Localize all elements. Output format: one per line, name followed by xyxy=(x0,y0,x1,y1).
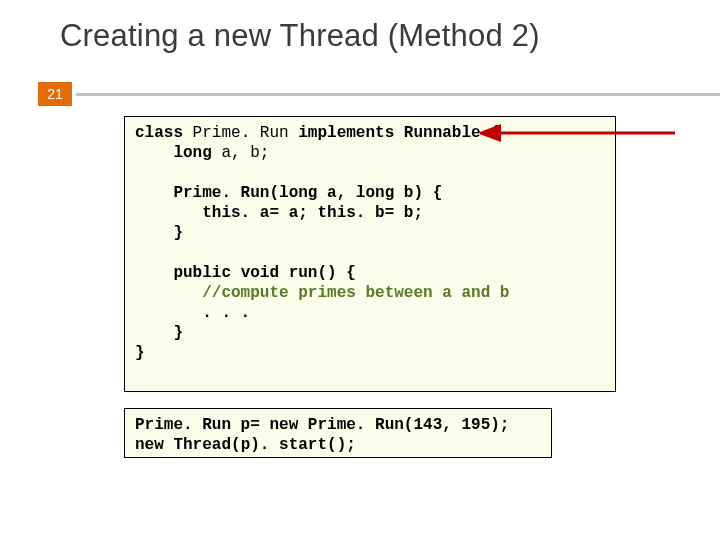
run-sig: run() { xyxy=(279,264,356,282)
kw-new: new xyxy=(269,416,298,434)
code-text: Prime. Run(143, 195); xyxy=(298,416,509,434)
ctor-line: Prime. Run(long a, long b) { xyxy=(135,184,442,202)
code-box-class: class Prime. Run implements Runnable { l… xyxy=(124,116,616,392)
ctor-body: this. a= a; this. b= b; xyxy=(135,204,423,222)
page-band: 21 xyxy=(38,82,720,106)
kw-new: new xyxy=(135,436,164,454)
run-close: } xyxy=(135,324,183,342)
slide: Creating a new Thread (Method 2) 21 clas… xyxy=(0,0,720,540)
kw-long: long xyxy=(135,144,212,162)
code-text xyxy=(231,264,241,282)
divider-rule xyxy=(76,93,720,96)
code-block-class: class Prime. Run implements Runnable { l… xyxy=(135,123,605,363)
comment-line: //compute primes between a and b xyxy=(135,284,509,302)
code-box-usage: Prime. Run p= new Prime. Run(143, 195); … xyxy=(124,408,552,458)
code-text: Thread(p). start(); xyxy=(164,436,356,454)
code-block-usage: Prime. Run p= new Prime. Run(143, 195); … xyxy=(135,415,541,455)
code-text: Prime. Run p= xyxy=(135,416,269,434)
slide-title: Creating a new Thread (Method 2) xyxy=(60,18,540,54)
code-text xyxy=(394,124,404,142)
kw-public: public xyxy=(135,264,231,282)
ellipsis-line: . . . xyxy=(135,304,250,322)
code-text: Prime. Run xyxy=(183,124,298,142)
kw-implements: implements xyxy=(298,124,394,142)
iface-runnable: Runnable xyxy=(404,124,481,142)
kw-class: class xyxy=(135,124,183,142)
ctor-close: } xyxy=(135,224,183,242)
kw-void: void xyxy=(241,264,279,282)
code-text: { xyxy=(481,124,500,142)
code-text: a, b; xyxy=(212,144,270,162)
class-close: } xyxy=(135,344,145,362)
page-number: 21 xyxy=(38,82,72,106)
